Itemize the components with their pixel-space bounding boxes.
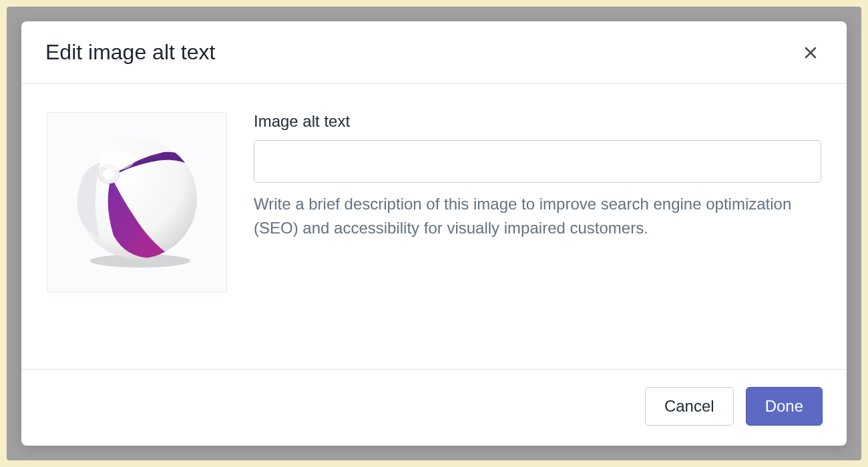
svg-point-6 [103, 169, 115, 179]
modal-backdrop: Edit image alt text [7, 7, 861, 460]
cancel-button[interactable]: Cancel [645, 387, 734, 426]
alt-text-label: Image alt text [254, 112, 821, 131]
form-column: Image alt text Write a brief description… [254, 112, 821, 341]
beach-ball-icon [70, 135, 204, 269]
svg-point-7 [99, 151, 134, 170]
modal-title: Edit image alt text [45, 40, 215, 65]
modal-header: Edit image alt text [21, 21, 847, 84]
image-thumbnail [47, 112, 227, 292]
modal-body: Image alt text Write a brief description… [21, 84, 847, 370]
modal-footer: Cancel Done [21, 370, 847, 446]
alt-text-input[interactable] [254, 140, 821, 183]
edit-alt-text-modal: Edit image alt text [21, 21, 847, 446]
close-icon [803, 45, 819, 61]
helper-text: Write a brief description of this image … [254, 192, 821, 240]
close-button[interactable] [799, 41, 823, 65]
done-button[interactable]: Done [746, 387, 823, 426]
